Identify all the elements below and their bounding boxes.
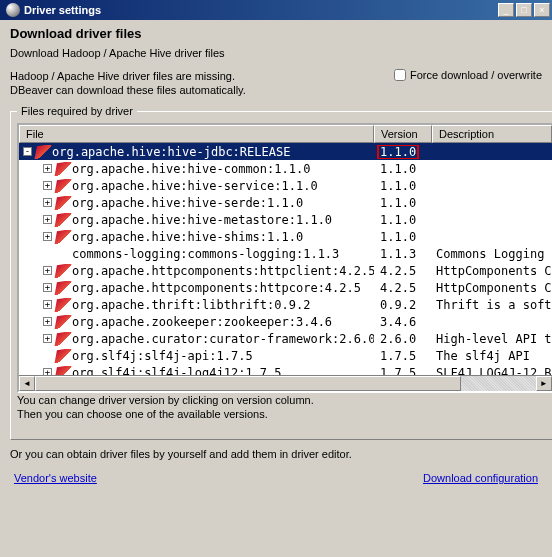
force-download-input[interactable] xyxy=(394,69,406,81)
maximize-button[interactable]: □ xyxy=(516,3,532,17)
file-name: org.apache.zookeeper:zookeeper:3.4.6 xyxy=(72,315,332,329)
feather-icon xyxy=(54,196,71,210)
version-cell[interactable]: 1.1.0 xyxy=(374,213,432,227)
expand-icon[interactable]: + xyxy=(43,317,52,326)
version-cell[interactable]: 3.4.6 xyxy=(374,315,432,329)
file-cell: +org.apache.hive:hive-common:1.1.0 xyxy=(19,162,374,176)
file-cell: +org.apache.hive:hive-shims:1.1.0 xyxy=(19,230,374,244)
file-cell: +org.apache.zookeeper:zookeeper:3.4.6 xyxy=(19,315,374,329)
close-button[interactable]: × xyxy=(534,3,550,17)
feather-icon xyxy=(54,213,71,227)
version-cell[interactable]: 4.2.5 xyxy=(374,281,432,295)
feather-icon xyxy=(34,145,51,159)
expand-icon[interactable]: + xyxy=(43,266,52,275)
feather-icon xyxy=(54,179,71,193)
table-row[interactable]: +org.apache.zookeeper:zookeeper:3.4.63.4… xyxy=(19,313,552,330)
expand-icon[interactable]: + xyxy=(43,164,52,173)
scroll-right-button[interactable]: ► xyxy=(536,376,552,391)
expand-icon[interactable]: + xyxy=(43,232,52,241)
file-cell: +org.apache.httpcomponents:httpclient:4.… xyxy=(19,264,374,278)
version-cell[interactable]: 1.1.0 xyxy=(374,162,432,176)
grid-header: File Version Description xyxy=(19,125,552,143)
table-row[interactable]: +org.apache.httpcomponents:httpclient:4.… xyxy=(19,262,552,279)
file-name: org.apache.hive:hive-common:1.1.0 xyxy=(72,162,310,176)
scroll-left-button[interactable]: ◄ xyxy=(19,376,35,391)
scroll-thumb[interactable] xyxy=(35,376,461,391)
table-row[interactable]: commons-logging:commons-logging:1.1.31.1… xyxy=(19,245,552,262)
col-header-file[interactable]: File xyxy=(19,125,374,143)
table-row[interactable]: +org.apache.hive:hive-serde:1.1.01.1.0 xyxy=(19,194,552,211)
force-download-checkbox[interactable]: Force download / overwrite xyxy=(394,69,542,81)
force-download-label: Force download / overwrite xyxy=(410,69,542,81)
title-bar: Driver settings _ □ × xyxy=(0,0,552,20)
description-cell: HttpComponents C xyxy=(432,264,552,278)
scroll-track[interactable] xyxy=(35,376,536,391)
table-row[interactable]: +org.apache.hive:hive-metastore:1.1.01.1… xyxy=(19,211,552,228)
table-row[interactable]: +org.apache.hive:hive-common:1.1.01.1.0 xyxy=(19,160,552,177)
file-name: org.apache.hive:hive-serde:1.1.0 xyxy=(72,196,303,210)
feather-icon xyxy=(54,315,71,329)
page-subtitle: Download Hadoop / Apache Hive driver fil… xyxy=(10,47,542,59)
col-header-description[interactable]: Description xyxy=(432,125,552,143)
file-cell: +org.apache.hive:hive-metastore:1.1.0 xyxy=(19,213,374,227)
table-row[interactable]: org.slf4j:slf4j-api:1.7.51.7.5The slf4j … xyxy=(19,347,552,364)
version-cell[interactable]: 1.1.0 xyxy=(374,145,432,159)
feather-icon xyxy=(54,264,71,278)
version-cell[interactable]: 1.1.0 xyxy=(374,196,432,210)
expand-icon[interactable]: + xyxy=(43,198,52,207)
version-cell[interactable]: 1.1.0 xyxy=(374,230,432,244)
version-cell[interactable]: 4.2.5 xyxy=(374,264,432,278)
file-name: org.apache.hive:hive-metastore:1.1.0 xyxy=(72,213,332,227)
table-row[interactable]: +org.apache.httpcomponents:httpcore:4.2.… xyxy=(19,279,552,296)
file-name: commons-logging:commons-logging:1.1.3 xyxy=(72,247,339,261)
expand-icon[interactable]: + xyxy=(43,300,52,309)
table-row[interactable]: +org.apache.hive:hive-service:1.1.01.1.0 xyxy=(19,177,552,194)
file-name: org.apache.httpcomponents:httpcore:4.2.5 xyxy=(72,281,361,295)
file-cell: +org.apache.hive:hive-serde:1.1.0 xyxy=(19,196,374,210)
version-cell[interactable]: 1.1.0 xyxy=(374,179,432,193)
file-name: org.apache.hive:hive-shims:1.1.0 xyxy=(72,230,303,244)
collapse-icon[interactable]: - xyxy=(23,147,32,156)
files-required-legend: Files required by driver xyxy=(17,105,137,117)
obtain-hint: Or you can obtain driver files by yourse… xyxy=(10,448,542,460)
feather-icon xyxy=(54,230,71,244)
minimize-button[interactable]: _ xyxy=(498,3,514,17)
vendor-website-link[interactable]: Vendor's website xyxy=(14,472,97,484)
horizontal-scrollbar[interactable]: ◄ ► xyxy=(19,375,552,391)
table-row[interactable]: +org.apache.curator:curator-framework:2.… xyxy=(19,330,552,347)
version-cell[interactable]: 1.7.5 xyxy=(374,349,432,363)
files-grid[interactable]: File Version Description -org.apache.hiv… xyxy=(17,123,552,393)
version-cell[interactable]: 2.6.0 xyxy=(374,332,432,346)
version-cell[interactable]: 0.9.2 xyxy=(374,298,432,312)
col-header-version[interactable]: Version xyxy=(374,125,432,143)
download-config-link[interactable]: Download configuration xyxy=(423,472,538,484)
expand-icon[interactable]: + xyxy=(43,181,52,190)
expand-icon[interactable]: + xyxy=(43,334,52,343)
expand-icon[interactable]: + xyxy=(43,283,52,292)
missing-files-message: Hadoop / Apache Hive driver files are mi… xyxy=(10,69,394,97)
description-cell: Thrift is a soft xyxy=(432,298,552,312)
file-name: org.apache.thrift:libthrift:0.9.2 xyxy=(72,298,310,312)
file-cell: -org.apache.hive:hive-jdbc:RELEASE xyxy=(19,145,374,159)
file-name: org.slf4j:slf4j-api:1.7.5 xyxy=(72,349,253,363)
description-cell: The slf4j API xyxy=(432,349,552,363)
file-name: org.apache.curator:curator-framework:2.6… xyxy=(72,332,374,346)
app-icon xyxy=(6,3,20,17)
table-row[interactable]: +org.apache.thrift:libthrift:0.9.20.9.2T… xyxy=(19,296,552,313)
expand-icon[interactable]: + xyxy=(43,215,52,224)
feather-icon xyxy=(54,298,71,312)
table-row[interactable]: +org.apache.hive:hive-shims:1.1.01.1.0 xyxy=(19,228,552,245)
table-row[interactable]: -org.apache.hive:hive-jdbc:RELEASE1.1.0 xyxy=(19,143,552,160)
file-name: org.apache.hive:hive-jdbc:RELEASE xyxy=(52,145,290,159)
description-cell: Commons Logging xyxy=(432,247,552,261)
version-cell[interactable]: 1.1.3 xyxy=(374,247,432,261)
feather-icon xyxy=(54,281,71,295)
description-cell: HttpComponents C xyxy=(432,281,552,295)
files-required-group: Files required by driver File Version De… xyxy=(10,105,552,440)
file-cell: +org.apache.curator:curator-framework:2.… xyxy=(19,332,374,346)
file-cell: +org.apache.thrift:libthrift:0.9.2 xyxy=(19,298,374,312)
file-name: org.apache.httpcomponents:httpclient:4.2… xyxy=(72,264,374,278)
feather-icon xyxy=(54,349,71,363)
window-title: Driver settings xyxy=(24,4,498,16)
file-cell: commons-logging:commons-logging:1.1.3 xyxy=(19,247,374,261)
